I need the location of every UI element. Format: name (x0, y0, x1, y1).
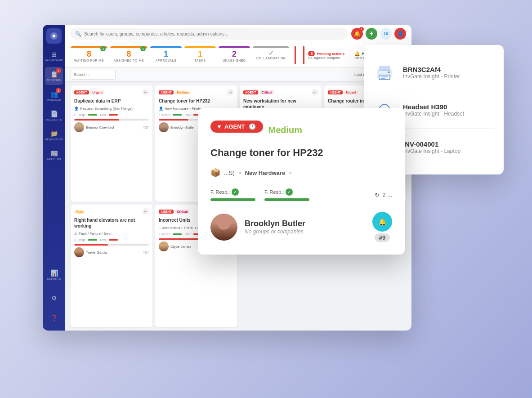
popup-agent-name: Brooklyn Butler (245, 219, 365, 228)
popup-avatar (210, 214, 237, 241)
printer-icon (373, 61, 396, 84)
popup-breadcrumb: 📦 ...S) » New Hardware » (210, 168, 392, 178)
agent-name: Travis Garcia (86, 250, 141, 255)
count-badge: 10 (380, 28, 392, 40)
search-box[interactable]: 🔍 (71, 28, 348, 40)
breadcrumb-arrow-1: » (238, 170, 241, 176)
divider (295, 46, 296, 64)
requests-icon: 📄 (50, 110, 58, 117)
alert-button[interactable]: 🔔 3 (351, 28, 363, 40)
sidebar-item-label: MANAGER (47, 98, 61, 101)
articles-icon: 📰 (50, 150, 58, 157)
card-meta: F. Resp.: Res.: (74, 113, 149, 116)
sidebar: ⊞ DASHBOARD 1 📋 MY WORK 2 👥 MANAGER 📄 RE… (43, 25, 65, 331)
agent-badge: AGENT (159, 210, 174, 214)
refresh-icon[interactable]: ↻ (375, 192, 380, 198)
sidebar-item-label: DASHBOARD (45, 59, 63, 62)
card-header: AGENT Urgent ⋯ (74, 89, 149, 95)
sidebar-item-requested[interactable]: 📁 REQUESTED (45, 126, 63, 144)
card-title: Duplicate data in ERP (74, 98, 149, 104)
progress-fill (159, 119, 188, 121)
ticket-card-t1[interactable]: AGENT Urgent ⋯ Duplicate data in ERP 👤 R… (71, 85, 152, 202)
sidebar-item-articles[interactable]: 📰 ARTICLES (45, 146, 63, 164)
unassigned-number: 2 (232, 49, 237, 59)
tasks-label: TASKS (194, 59, 206, 62)
resp-item-2: F. Resp.: ✓ (264, 188, 309, 201)
more-button[interactable]: ⋯ (143, 89, 149, 95)
alert-badge: 3 (359, 27, 364, 31)
popup-card: ▾ AGENT 🕐 Medium Change toner for HP232 … (198, 108, 405, 255)
ticket-card-t5[interactable]: High ⋯ Right hand elevators are not work… (71, 205, 152, 327)
more-button[interactable]: ⋯ (143, 208, 149, 215)
popup-agent-button[interactable]: ▾ AGENT 🕐 (210, 121, 263, 133)
breadcrumb-arrow-2: » (289, 170, 292, 176)
sidebar-item-requests[interactable]: 📄 REQUESTS (45, 107, 63, 125)
stat-assigned[interactable]: 4 8 ASSIGNED TO ME (110, 46, 148, 64)
sidebar-item-dashboard[interactable]: ⊞ DASHBOARD (45, 47, 63, 65)
sidebar-item-mywork[interactable]: 1 📋 MY WORK (45, 67, 63, 85)
tag-icon: 👤 (74, 107, 79, 111)
asset-type: InvGate Insight - Headset (403, 111, 495, 117)
tag-text: Request Something (Get Things) (80, 107, 133, 111)
tag-icon: ⚠ (74, 232, 77, 236)
res-label: Res.: (185, 113, 192, 116)
card-header: AGENT Critical ⋯ (243, 89, 318, 95)
pending-title: Pending actions (317, 52, 344, 56)
sidebar-item-help[interactable]: ❓ (45, 309, 63, 327)
breadcrumb-middle: New Hardware (245, 170, 286, 176)
popup-resp-row: F. Resp.: ✓ F. Resp.: ✓ ↻ 2 ... (210, 188, 392, 201)
priority-badge: Medium (175, 90, 191, 94)
search-icon: 🔍 (75, 31, 81, 37)
asset-name: INV-004001 (403, 140, 495, 148)
bell-icon: 🔔 (379, 218, 386, 225)
tag-text: Fault / Failure / Error (79, 232, 112, 236)
profile-icon: 👤 (397, 31, 404, 37)
card-footer: Eleanor Crawford #37 (74, 122, 149, 132)
resp-bar-1 (210, 198, 255, 201)
stat-approvals[interactable]: 1 APPROVALS (150, 46, 182, 64)
stat-unassigned[interactable]: 2 UNASSIGNED (219, 46, 250, 64)
avatar (74, 122, 84, 132)
priority-badge: Critical (260, 90, 274, 94)
progress-bar (74, 119, 149, 121)
search-input[interactable] (84, 31, 343, 36)
card-meta: F. Resp.: Res.: (74, 238, 149, 241)
settings-icon: ⚙ (51, 295, 57, 302)
asset-item-printer[interactable]: BRN3C2Af4 InvGate Insight - Printer (373, 54, 495, 91)
resp-bar-sm (173, 233, 182, 235)
sidebar-item-reports[interactable]: 📊 REPORTS (45, 266, 63, 284)
progress-fill (74, 119, 119, 121)
agent-badge: AGENT (328, 90, 343, 94)
res-bar-sm (109, 239, 118, 241)
popup-agent-company: No groups or companies (245, 228, 365, 235)
resp-label: F. Resp.: (159, 113, 171, 116)
resp-check-1: ✓ (232, 188, 239, 196)
ticket-num: #37 (143, 125, 149, 130)
collab-number: ✓ (268, 49, 274, 57)
sidebar-logo (46, 28, 62, 44)
sidebar-item-manager[interactable]: 2 👥 MANAGER (45, 87, 63, 105)
profile-button[interactable]: 👤 (394, 28, 406, 40)
stat-collaboration[interactable]: ✓ COLLABORATION (253, 46, 290, 64)
add-button[interactable]: + (366, 28, 377, 40)
card-tag: ⚠ Fault / Failure / Error (74, 232, 149, 236)
more-button[interactable]: ⋯ (312, 89, 318, 95)
dashboard-icon: ⊞ (51, 51, 57, 58)
filter-search-input[interactable] (71, 70, 116, 80)
priority-badge: Urgent (91, 90, 105, 94)
sidebar-item-label: REQUESTED (45, 138, 63, 141)
notification-badge[interactable]: 🔔 (372, 212, 392, 232)
assigned-label: ASSIGNED TO ME (114, 59, 144, 62)
sidebar-item-settings[interactable]: ⚙ (45, 289, 63, 307)
unassigned-label: UNASSIGNED (223, 59, 246, 62)
stat-tasks[interactable]: 1 TASKS (184, 46, 216, 64)
res-label: Res.: (185, 233, 192, 236)
priority-badge: Critical (175, 210, 190, 214)
more-button[interactable]: ⋯ (227, 89, 233, 95)
reports-icon: 📊 (50, 269, 58, 277)
requested-icon: 📁 (50, 130, 58, 137)
participations-icon: 🔔 (354, 51, 360, 56)
stat-waiting[interactable]: 3 8 WAITING FOR ME (71, 46, 107, 64)
breadcrumb-start: ...S) (224, 170, 235, 176)
alert-icon: 🔔 (354, 31, 361, 37)
